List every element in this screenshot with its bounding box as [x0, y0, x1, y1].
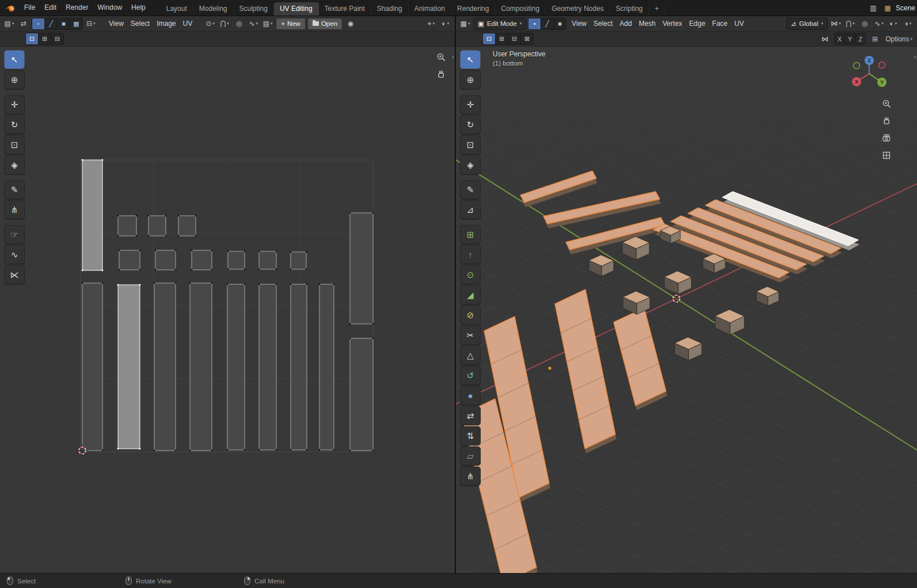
tool-shrink-fatten[interactable]: ⇅: [460, 426, 481, 445]
tool-move[interactable]: ✛: [460, 95, 481, 114]
tool-transform[interactable]: ◈: [4, 155, 25, 174]
tool-smooth[interactable]: ●: [460, 386, 481, 405]
workspace-tab-geometry-nodes[interactable]: Geometry Nodes: [546, 2, 610, 16]
uv-snap-button[interactable]: ⋂ ▾: [218, 18, 231, 29]
uv-island[interactable]: [178, 216, 196, 236]
tool-rip-region[interactable]: ⋔: [460, 467, 481, 486]
tool-rotate[interactable]: ↻: [460, 115, 481, 134]
uv-island[interactable]: [154, 283, 176, 450]
tool-measure[interactable]: ⊿: [460, 200, 481, 219]
tool-edge-slide[interactable]: ⇄: [460, 406, 481, 425]
snap-extra-icon[interactable]: ⊞: [869, 33, 881, 44]
snap-target-button[interactable]: ⋈ ▾: [830, 18, 842, 29]
tool-grab[interactable]: ☞: [4, 225, 25, 244]
menu-edit[interactable]: Edit: [40, 0, 61, 16]
workspace-tab-scripting[interactable]: Scripting: [610, 2, 649, 16]
tool-loop-cut[interactable]: ⊘: [460, 306, 481, 324]
uv-menu-view[interactable]: View: [105, 20, 127, 28]
vp-menu-edge[interactable]: Edge: [686, 20, 709, 28]
uv-sidebar-chevron[interactable]: ‹: [452, 52, 454, 61]
cube[interactable]: [756, 287, 779, 306]
vp-menu-select[interactable]: Select: [590, 20, 616, 28]
uv-sync-selection-icon[interactable]: ⇄: [17, 18, 30, 29]
uv-select-mode-2[interactable]: ■: [58, 18, 70, 29]
shading-button[interactable]: ◑ ▾: [901, 18, 914, 29]
camera-view-icon[interactable]: [881, 133, 892, 143]
tool-relax[interactable]: ∿: [4, 245, 25, 264]
vp-menu-view[interactable]: View: [568, 20, 590, 28]
uv-island[interactable]: [149, 216, 166, 236]
uv-island[interactable]: [192, 250, 212, 270]
tool-scale[interactable]: ⊡: [4, 135, 25, 154]
mirror-icon[interactable]: ⋈: [819, 33, 831, 44]
snap-magnet-button[interactable]: ⋂ ▾: [844, 18, 857, 29]
workspace-tab-texture-paint[interactable]: Texture Paint: [319, 2, 371, 16]
pan-hand-icon[interactable]: [436, 69, 446, 79]
tool-rotate[interactable]: ↻: [4, 115, 25, 134]
uv-select-mode-3[interactable]: ▦: [70, 18, 82, 29]
tool-add-cube[interactable]: ⊞: [460, 225, 481, 244]
vp-select-op-0[interactable]: ⊡: [483, 33, 496, 44]
uv-canvas[interactable]: ↖⊕✛↻⊡◈✎⋔☞∿⋉ ‹: [0, 47, 455, 573]
vp-menu-mesh[interactable]: Mesh: [636, 20, 659, 28]
uv-snap-target-button[interactable]: ⌖ ▾: [425, 18, 437, 29]
tool-annotate[interactable]: ✎: [4, 180, 25, 199]
tool-annotate[interactable]: ✎: [460, 180, 481, 199]
scene-selector[interactable]: Scene: [896, 4, 916, 12]
uv-island[interactable]: [190, 283, 212, 450]
uv-island[interactable]: [227, 284, 245, 450]
vp-menu-uv[interactable]: UV: [731, 20, 748, 28]
uv-select-op-2[interactable]: ⊟: [51, 33, 63, 44]
workspace-tab-layout[interactable]: Layout: [161, 2, 193, 16]
vp-proportional-edit-icon[interactable]: ◎: [858, 18, 871, 29]
add-workspace-button[interactable]: +: [649, 2, 665, 16]
vp-editor-type-button[interactable]: ▦ ▾: [459, 18, 471, 29]
tool-tweak[interactable]: ↖: [460, 50, 481, 69]
vp-overlays-button[interactable]: ◐ ▾: [887, 18, 900, 29]
uv-menu-image[interactable]: Image: [153, 20, 179, 28]
vp-menu-vertex[interactable]: Vertex: [659, 20, 686, 28]
tool-knife[interactable]: ✂: [460, 326, 481, 345]
vp-select-mode-1[interactable]: ╱: [541, 18, 554, 29]
tool-rip-region[interactable]: ⋔: [4, 200, 25, 219]
cube[interactable]: [715, 310, 744, 335]
options-button[interactable]: Options ▾: [884, 33, 914, 44]
tool-tweak[interactable]: ↖: [4, 50, 25, 69]
mode-dropdown[interactable]: ▣ Edit Mode ▾: [473, 18, 526, 30]
tool-cursor[interactable]: ⊕: [4, 70, 25, 89]
tool-transform[interactable]: ◈: [460, 155, 481, 174]
workspace-tab-shading[interactable]: Shading: [371, 2, 409, 16]
tool-extrude-region[interactable]: ↑: [460, 245, 481, 264]
menu-window[interactable]: Window: [93, 0, 127, 16]
uv-island[interactable]: [228, 251, 245, 269]
tool-spin[interactable]: ↺: [460, 366, 481, 385]
open-image-button[interactable]: Open: [307, 18, 343, 30]
ortho-grid-icon[interactable]: [881, 150, 892, 161]
uv-island[interactable]: [155, 250, 176, 270]
uv-menu-uv[interactable]: UV: [180, 20, 196, 28]
vp-menu-face[interactable]: Face: [709, 20, 731, 28]
gizmo-neg-x[interactable]: [879, 62, 885, 68]
uv-island[interactable]: [259, 251, 276, 269]
blender-logo-icon[interactable]: [0, 4, 20, 12]
new-image-button[interactable]: + New: [276, 18, 306, 30]
workspace-tab-sculpting[interactable]: Sculpting: [234, 2, 274, 16]
tool-poly-build[interactable]: △: [460, 346, 481, 365]
gizmo-neg-y[interactable]: [854, 63, 860, 69]
orientation-dropdown[interactable]: ⊿ Global ▾: [786, 18, 828, 30]
workspace-tab-uv-editing[interactable]: UV Editing: [274, 2, 319, 16]
tool-bevel[interactable]: ◢: [460, 285, 481, 304]
uv-island[interactable]: [350, 213, 373, 324]
plank[interactable]: [555, 289, 617, 453]
uv-proportional-edit-icon[interactable]: ◎: [233, 18, 245, 29]
vp-select-op-1[interactable]: ⊞: [496, 33, 508, 44]
cube[interactable]: [623, 291, 650, 314]
uv-island[interactable]: [350, 338, 373, 450]
vp-select-op-2[interactable]: ⊟: [508, 33, 521, 44]
uv-island[interactable]: [118, 216, 136, 236]
vp-select-mode-0[interactable]: •: [528, 18, 541, 29]
workspace-tab-modeling[interactable]: Modeling: [193, 2, 234, 16]
vp-select-op-3[interactable]: ⊠: [521, 33, 533, 44]
uv-falloff-button[interactable]: ∿ ▾: [247, 18, 260, 29]
uv-island[interactable]: [82, 283, 102, 450]
